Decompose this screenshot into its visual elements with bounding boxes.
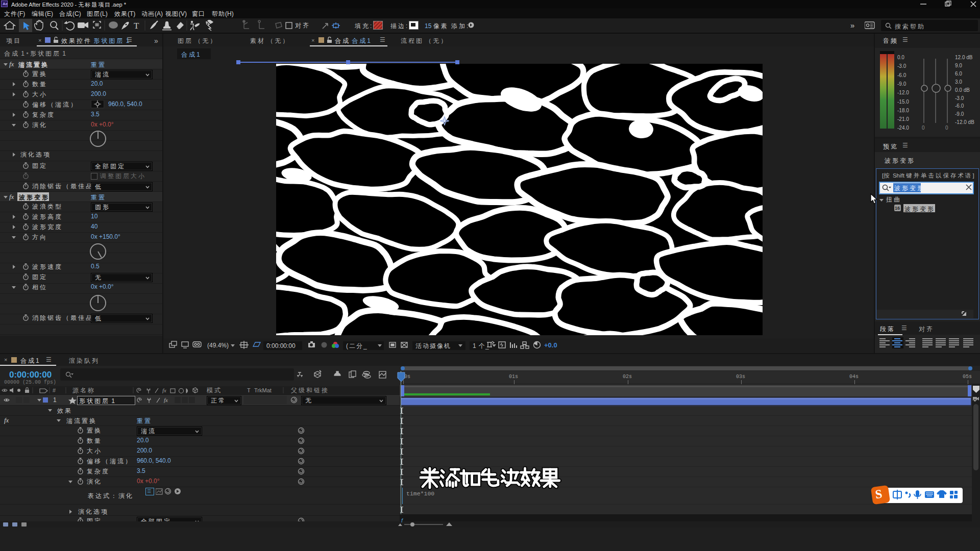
svg-text:+0.0: +0.0 (544, 341, 557, 349)
svg-text:TrkMat: TrkMat (254, 387, 272, 393)
svg-text:源名称: 源名称 (72, 387, 95, 394)
svg-text:T: T (247, 387, 251, 393)
svg-text:1: 1 (53, 396, 57, 404)
svg-text:模式: 模式 (207, 387, 222, 394)
svg-text:fx: fx (164, 397, 168, 403)
svg-text:(49.4%): (49.4%) (207, 342, 229, 349)
svg-text:父级和链接: 父级和链接 (291, 387, 329, 394)
svg-text:fx: fx (162, 387, 166, 393)
svg-text:T: T (134, 21, 139, 31)
svg-text:#: # (53, 387, 56, 393)
svg-text:对齐: 对齐 (295, 22, 310, 29)
svg-text:活动摄像机: 活动摄像机 (415, 342, 451, 349)
svg-text:0:00:00:00: 0:00:00:00 (266, 342, 296, 349)
svg-text:(二分_: (二分_ (346, 342, 368, 349)
